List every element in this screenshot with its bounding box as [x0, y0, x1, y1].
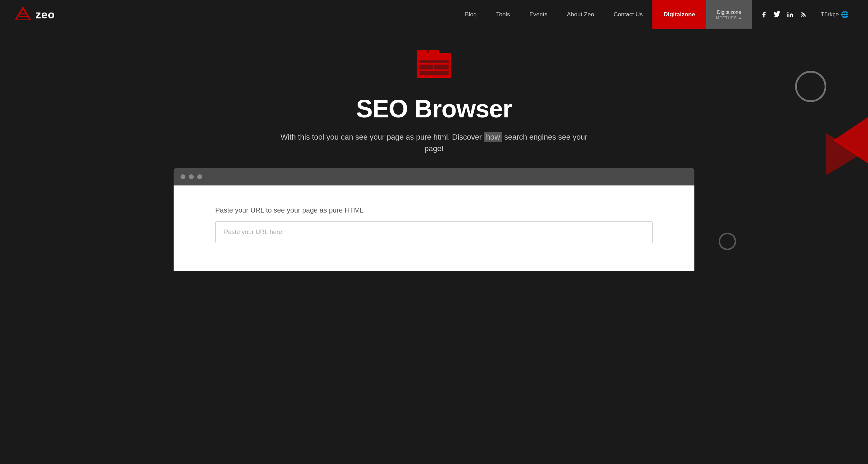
url-label: Paste your URL to see your page as pure …: [215, 206, 653, 214]
meetups-label: Digitalzone: [717, 9, 741, 15]
browser-dot-3: [197, 174, 202, 179]
digitalzone-meetups-button[interactable]: Digitalzone MEETUPS ▲: [706, 0, 752, 29]
svg-rect-14: [434, 65, 449, 69]
svg-point-5: [787, 12, 788, 13]
hero-title: SEO Browser: [356, 94, 512, 123]
nav-tools[interactable]: Tools: [486, 0, 520, 29]
meetups-sub-label: MEETUPS ▲: [716, 16, 742, 20]
svg-rect-15: [419, 71, 449, 75]
subtitle-before: With this tool you can see your page as …: [281, 133, 484, 141]
rss-icon[interactable]: [800, 11, 807, 18]
red-arrow-decoration: [764, 85, 868, 182]
url-input-section: Paste your URL to see your page as pure …: [194, 199, 674, 257]
hero-section: SEO Browser With this tool you can see y…: [0, 29, 868, 285]
svg-rect-13: [419, 65, 433, 69]
svg-rect-16: [417, 50, 427, 53]
nav-contact[interactable]: Contact Us: [604, 0, 652, 29]
header: zeo Blog Tools Events About Zeo Contact …: [0, 0, 868, 29]
svg-point-6: [801, 16, 802, 17]
browser-dot-2: [189, 174, 194, 179]
svg-rect-12: [419, 60, 449, 63]
globe-icon: 🌐: [841, 11, 849, 18]
social-icons-group: [752, 11, 815, 18]
browser-content: Paste your URL to see your page as pure …: [174, 185, 694, 271]
nav-about[interactable]: About Zeo: [557, 0, 604, 29]
seo-browser-icon: [413, 50, 455, 86]
subtitle-highlight: how: [484, 132, 502, 142]
nav-blog[interactable]: Blog: [455, 0, 486, 29]
browser-dot-1: [181, 174, 185, 179]
lang-label: Türkçe: [821, 11, 839, 18]
url-input[interactable]: [215, 221, 653, 243]
hero-subtitle: With this tool you can see your page as …: [278, 131, 590, 154]
svg-rect-17: [428, 50, 439, 53]
linkedin-icon[interactable]: [787, 11, 794, 18]
decorative-circle-small: [719, 233, 736, 250]
svg-rect-10: [417, 53, 451, 58]
svg-rect-4: [787, 14, 788, 17]
twitter-icon[interactable]: [774, 11, 781, 18]
zeo-logo-icon: [14, 6, 32, 24]
logo-link[interactable]: zeo: [14, 6, 55, 24]
facebook-icon[interactable]: [760, 11, 767, 18]
browser-mockup: Paste your URL to see your page as pure …: [174, 168, 694, 271]
main-nav: Blog Tools Events About Zeo Contact Us: [455, 0, 652, 29]
logo-text: zeo: [35, 8, 55, 21]
language-button[interactable]: Türkçe 🌐: [815, 11, 854, 18]
browser-bar: [174, 168, 694, 185]
nav-events[interactable]: Events: [520, 0, 557, 29]
digitalzone-button[interactable]: Digitalzone: [652, 0, 706, 29]
